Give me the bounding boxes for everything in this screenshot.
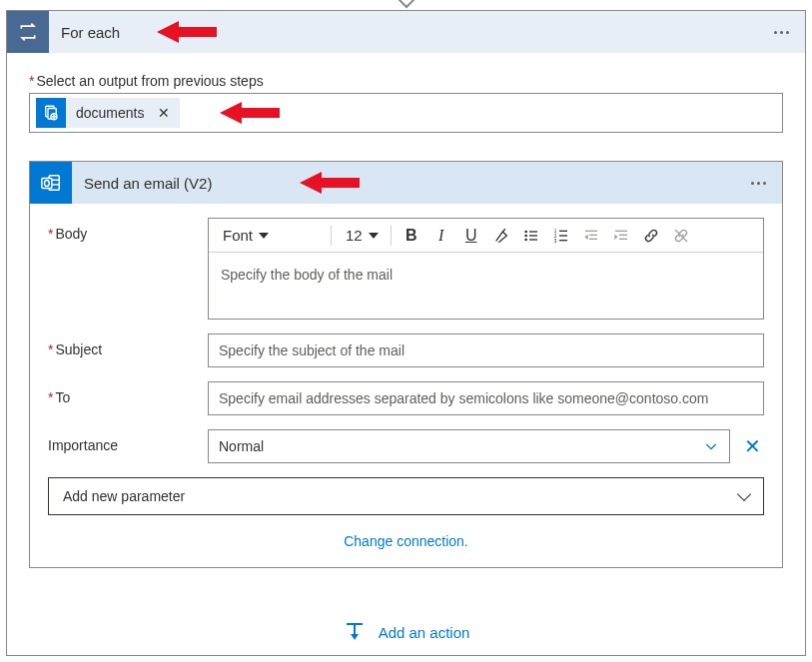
chevron-down-icon xyxy=(703,438,719,454)
caret-down-icon xyxy=(259,233,269,239)
annotation-arrow xyxy=(220,100,280,126)
body-editor: Font 12 B xyxy=(208,218,764,320)
svg-text:3: 3 xyxy=(553,238,556,243)
fontsize-select[interactable]: 12 xyxy=(338,223,385,249)
to-input[interactable] xyxy=(208,381,764,415)
outlook-icon xyxy=(30,162,72,204)
svg-rect-23 xyxy=(585,230,597,231)
link-button[interactable] xyxy=(637,223,665,249)
to-label: *To xyxy=(48,381,208,405)
token-remove-button[interactable]: ✕ xyxy=(154,105,180,121)
change-connection-link[interactable]: Change connection. xyxy=(48,533,764,549)
add-action-label: Add an action xyxy=(379,624,470,641)
token-label: documents xyxy=(66,105,154,121)
svg-rect-27 xyxy=(615,230,627,231)
svg-rect-24 xyxy=(589,234,597,235)
svg-rect-12 xyxy=(529,231,537,232)
send-email-header[interactable]: Send an email (V2) xyxy=(30,162,782,204)
bulleted-list-button[interactable] xyxy=(517,223,545,249)
send-email-title: Send an email (V2) xyxy=(72,175,212,192)
chevron-down-icon xyxy=(737,487,751,501)
svg-rect-29 xyxy=(619,238,627,239)
svg-rect-25 xyxy=(589,238,597,239)
font-select[interactable]: Font xyxy=(215,223,325,249)
indent-button[interactable] xyxy=(607,223,635,249)
caret-down-icon xyxy=(369,233,379,239)
add-action-button[interactable]: Add an action xyxy=(29,620,783,644)
svg-point-11 xyxy=(524,230,527,233)
token-icon xyxy=(36,98,66,128)
token-documents[interactable]: documents ✕ xyxy=(36,98,180,128)
for-each-card: For each *Select an output from previous… xyxy=(6,10,806,656)
svg-marker-34 xyxy=(351,634,359,640)
importance-value: Normal xyxy=(219,438,264,454)
svg-rect-22 xyxy=(559,240,567,241)
divider xyxy=(391,226,392,246)
rte-toolbar: Font 12 B xyxy=(209,219,763,253)
fontcolor-button[interactable] xyxy=(487,223,515,249)
numbered-list-button[interactable]: 1 2 3 xyxy=(547,223,575,249)
svg-marker-0 xyxy=(157,21,217,43)
underline-button[interactable]: U xyxy=(457,223,485,249)
add-parameter-select[interactable]: Add new parameter xyxy=(48,477,764,515)
subject-label: *Subject xyxy=(48,333,208,357)
annotation-arrow xyxy=(300,170,360,196)
svg-rect-16 xyxy=(529,239,537,240)
svg-marker-30 xyxy=(614,234,617,239)
svg-point-15 xyxy=(524,238,527,241)
body-label: *Body xyxy=(48,218,208,242)
required-asterisk: * xyxy=(29,73,34,89)
add-parameter-label: Add new parameter xyxy=(63,488,185,504)
unlink-button[interactable] xyxy=(667,223,695,249)
flow-connector-arrow xyxy=(396,0,417,10)
output-label: *Select an output from previous steps xyxy=(29,73,783,89)
send-email-card: Send an email (V2) *Bo xyxy=(29,161,783,568)
svg-rect-28 xyxy=(619,234,627,235)
add-action-icon xyxy=(343,620,367,644)
annotation-arrow xyxy=(157,19,217,45)
for-each-more-button[interactable] xyxy=(768,27,795,38)
svg-rect-18 xyxy=(559,230,567,231)
svg-rect-20 xyxy=(559,235,567,236)
svg-rect-14 xyxy=(529,235,537,236)
for-each-title: For each xyxy=(49,24,120,41)
outdent-button[interactable] xyxy=(577,223,605,249)
divider xyxy=(331,226,332,246)
svg-marker-26 xyxy=(584,234,587,239)
svg-marker-4 xyxy=(220,102,280,124)
body-textarea[interactable]: Specify the body of the mail xyxy=(209,253,763,319)
importance-label: Importance xyxy=(48,429,208,453)
bold-button[interactable]: B xyxy=(398,223,425,249)
importance-select[interactable]: Normal xyxy=(208,429,730,463)
italic-button[interactable]: I xyxy=(427,223,455,249)
importance-clear-button[interactable]: ✕ xyxy=(740,434,764,458)
output-token-input[interactable]: documents ✕ xyxy=(29,93,783,133)
send-email-more-button[interactable] xyxy=(745,178,772,189)
svg-point-13 xyxy=(524,234,527,237)
for-each-header[interactable]: For each xyxy=(7,11,805,53)
subject-input[interactable] xyxy=(208,333,764,367)
svg-marker-10 xyxy=(300,172,360,194)
for-each-icon xyxy=(7,11,49,53)
